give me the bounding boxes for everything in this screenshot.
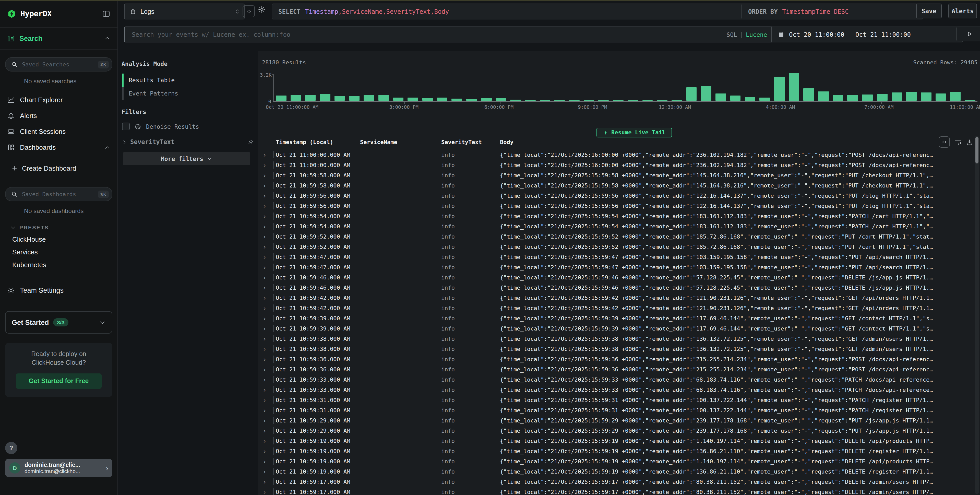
row-expander[interactable]: › xyxy=(261,170,276,180)
table-row[interactable]: › Oct 21 10:59:58.000 AM info {"time_loc… xyxy=(258,180,980,191)
table-row[interactable]: › Oct 21 10:59:19.000 AM info {"time_loc… xyxy=(258,436,980,446)
row-expander[interactable]: › xyxy=(261,191,276,201)
row-expander[interactable]: › xyxy=(261,262,276,272)
row-expander[interactable]: › xyxy=(261,303,276,313)
table-row[interactable]: › Oct 21 10:59:47.000 AM info {"time_loc… xyxy=(258,262,980,272)
sidebar-item-search[interactable]: Search xyxy=(0,28,118,49)
saved-searches-input[interactable] xyxy=(21,60,94,68)
mode-option-event-patterns[interactable]: Event Patterns xyxy=(122,87,258,100)
row-expander[interactable]: › xyxy=(261,456,276,466)
row-expander[interactable]: › xyxy=(261,221,276,231)
row-expander[interactable]: › xyxy=(261,466,276,477)
saved-dashboards-searchbox[interactable]: ⌘K xyxy=(5,187,112,201)
table-row[interactable]: › Oct 21 10:59:42.000 AM info {"time_loc… xyxy=(258,293,980,303)
table-row[interactable]: › Oct 21 10:59:38.000 AM info {"time_loc… xyxy=(258,334,980,344)
row-expander[interactable]: › xyxy=(261,446,276,456)
row-expander[interactable]: › xyxy=(261,487,276,495)
order-by-input[interactable]: ORDER BY TimestampTime DESC xyxy=(741,3,923,19)
row-expander[interactable]: › xyxy=(261,395,276,405)
table-row[interactable]: › Oct 21 10:59:31.000 AM info {"time_loc… xyxy=(258,395,980,405)
table-row[interactable]: › Oct 21 10:59:19.000 AM info {"time_loc… xyxy=(258,456,980,466)
row-expander[interactable]: › xyxy=(261,160,276,170)
sidebar-item-team-settings[interactable]: Team Settings xyxy=(0,282,118,298)
sidebar-item-kubernetes[interactable]: Kubernetes xyxy=(0,258,118,271)
scrollbar-thumb[interactable] xyxy=(975,137,978,164)
sidebar-item-chart-explorer[interactable]: Chart Explorer xyxy=(0,92,118,108)
table-row[interactable]: › Oct 21 10:59:17.000 AM info {"time_loc… xyxy=(258,487,980,495)
table-row[interactable]: › Oct 21 11:00:00.000 AM info {"time_loc… xyxy=(258,150,980,160)
row-expander[interactable]: › xyxy=(261,405,276,415)
scrollbar-track[interactable] xyxy=(975,136,979,494)
table-row[interactable]: › Oct 21 10:59:42.000 AM info {"time_loc… xyxy=(258,303,980,313)
row-expander[interactable]: › xyxy=(261,282,276,293)
table-row[interactable]: › Oct 21 10:59:38.000 AM info {"time_loc… xyxy=(258,344,980,354)
row-expander[interactable]: › xyxy=(261,425,276,436)
table-row[interactable]: › Oct 21 10:59:56.000 AM info {"time_loc… xyxy=(258,191,980,201)
row-expander[interactable]: › xyxy=(261,313,276,323)
select-clause-input[interactable]: SELECT Timestamp,ServiceName,SeverityTex… xyxy=(272,3,749,19)
row-expander[interactable]: › xyxy=(261,385,276,395)
lucene-mode-option[interactable]: Lucene xyxy=(746,31,767,38)
sidebar-item-services[interactable]: Services xyxy=(0,246,118,258)
code-view-icon[interactable] xyxy=(939,136,950,148)
save-button[interactable]: Save xyxy=(916,3,942,18)
column-header-servicename[interactable]: ServiceName xyxy=(360,139,441,146)
table-row[interactable]: › Oct 21 10:59:46.000 AM info {"time_loc… xyxy=(258,282,980,293)
row-expander[interactable]: › xyxy=(261,293,276,303)
code-mode-button[interactable] xyxy=(243,5,255,18)
table-row[interactable]: › Oct 21 10:59:54.000 AM info {"time_loc… xyxy=(258,221,980,231)
mode-option-results-table[interactable]: Results Table xyxy=(122,73,258,87)
source-select[interactable]: Logs xyxy=(124,3,245,19)
table-row[interactable]: › Oct 21 10:59:29.000 AM info {"time_loc… xyxy=(258,415,980,425)
sidebar-item-client-sessions[interactable]: Client Sessions xyxy=(0,124,118,140)
row-expander[interactable]: › xyxy=(261,211,276,221)
row-expander[interactable]: › xyxy=(261,272,276,282)
download-icon[interactable] xyxy=(966,139,973,145)
table-row[interactable]: › Oct 21 10:59:36.000 AM info {"time_loc… xyxy=(258,364,980,374)
table-row[interactable]: › Oct 21 10:59:54.000 AM info {"time_loc… xyxy=(258,211,980,221)
table-row[interactable]: › Oct 21 10:59:33.000 AM info {"time_loc… xyxy=(258,374,980,385)
row-expander[interactable]: › xyxy=(261,201,276,211)
row-expander[interactable]: › xyxy=(261,180,276,191)
presets-toggle[interactable]: PRESETS xyxy=(0,222,118,233)
more-filters-button[interactable]: More filters xyxy=(123,152,250,165)
gear-icon[interactable] xyxy=(258,6,266,13)
table-row[interactable]: › Oct 21 10:59:46.000 AM info {"time_loc… xyxy=(258,272,980,282)
run-query-button[interactable] xyxy=(956,27,980,41)
row-expander[interactable]: › xyxy=(261,477,276,487)
saved-dashboards-input[interactable] xyxy=(21,190,94,198)
table-row[interactable]: › Oct 21 10:59:58.000 AM info {"time_loc… xyxy=(258,170,980,180)
table-row[interactable]: › Oct 21 10:59:36.000 AM info {"time_loc… xyxy=(258,354,980,364)
results-histogram[interactable]: 3.2K 0 Oct 20 11:00:00 AM3:00:00 PM6:00:… xyxy=(262,74,977,110)
table-row[interactable]: › Oct 21 10:59:39.000 AM info {"time_loc… xyxy=(258,313,980,323)
row-expander[interactable]: › xyxy=(261,344,276,354)
chevron-up-icon[interactable] xyxy=(104,35,110,41)
row-expander[interactable]: › xyxy=(261,436,276,446)
column-header-body[interactable]: Body xyxy=(500,139,968,146)
row-expander[interactable]: › xyxy=(261,354,276,364)
table-row[interactable]: › Oct 21 10:59:56.000 AM info {"time_loc… xyxy=(258,201,980,211)
wrap-text-icon[interactable] xyxy=(955,138,962,146)
chevron-up-icon[interactable] xyxy=(104,144,110,150)
create-dashboard-button[interactable]: Create Dashboard xyxy=(0,161,118,176)
row-expander[interactable]: › xyxy=(261,242,276,252)
saved-searches-searchbox[interactable]: ⌘K xyxy=(5,57,112,72)
sql-mode-option[interactable]: SQL xyxy=(727,31,737,38)
row-expander[interactable]: › xyxy=(261,364,276,374)
date-range-picker[interactable]: Oct 20 11:00:00 - Oct 21 11:00:00 xyxy=(771,27,963,42)
pin-icon[interactable] xyxy=(247,139,254,145)
sidebar-item-clickhouse[interactable]: ClickHouse xyxy=(0,233,118,246)
table-row[interactable]: › Oct 21 10:59:47.000 AM info {"time_loc… xyxy=(258,252,980,262)
table-row[interactable]: › Oct 21 10:59:19.000 AM info {"time_loc… xyxy=(258,466,980,477)
denoise-checkbox[interactable] xyxy=(122,123,130,130)
search-input[interactable] xyxy=(131,30,721,38)
severity-filter-group[interactable]: SeverityText xyxy=(121,138,254,146)
table-row[interactable]: › Oct 21 10:59:39.000 AM info {"time_loc… xyxy=(258,323,980,334)
row-expander[interactable]: › xyxy=(261,374,276,385)
table-row[interactable]: › Oct 21 10:59:33.000 AM info {"time_loc… xyxy=(258,385,980,395)
table-row[interactable]: › Oct 21 10:59:19.000 AM info {"time_loc… xyxy=(258,446,980,456)
get-started-free-button[interactable]: Get Started for Free xyxy=(16,373,101,389)
alerts-button[interactable]: Alerts xyxy=(948,3,977,18)
row-expander[interactable]: › xyxy=(261,323,276,334)
column-header-timestamp[interactable]: Timestamp (Local) xyxy=(276,139,360,146)
